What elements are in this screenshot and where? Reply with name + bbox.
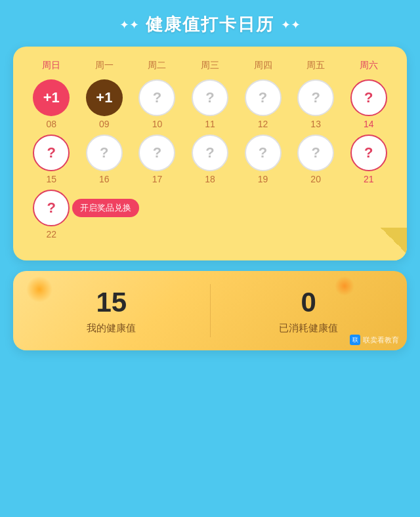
week-header-row: 周日 周一 周二 周三 周四 周五 周六 bbox=[25, 60, 395, 72]
page-title: 健康值打卡日历 bbox=[146, 13, 274, 36]
day-circle-18[interactable]: ? bbox=[192, 134, 228, 171]
watermark-icon: 联 bbox=[350, 335, 360, 345]
day-cell-14[interactable]: ? 14 bbox=[342, 79, 395, 129]
day-cell-18[interactable]: ? 18 bbox=[184, 134, 237, 184]
day-number-19: 19 bbox=[258, 174, 268, 184]
day-circle-12[interactable]: ? bbox=[245, 79, 282, 116]
day-number-13: 13 bbox=[310, 119, 321, 129]
weekday-fri: 周五 bbox=[289, 60, 343, 72]
weekday-wed: 周三 bbox=[184, 60, 237, 72]
day-cell-13[interactable]: ? 13 bbox=[289, 79, 343, 129]
weekday-sat: 周六 bbox=[342, 60, 395, 72]
day-circle-16[interactable]: ? bbox=[86, 134, 123, 171]
weekday-tue: 周二 bbox=[131, 60, 184, 72]
day-number-16: 16 bbox=[99, 174, 110, 184]
day-number-22: 22 bbox=[46, 229, 56, 239]
day-cell-17[interactable]: ? 17 bbox=[131, 134, 184, 184]
my-health-label: 我的健康值 bbox=[87, 322, 136, 335]
day-cell-20[interactable]: ? 20 bbox=[289, 134, 343, 184]
day-cell-09[interactable]: +1 09 bbox=[78, 79, 131, 129]
day-cell-15[interactable]: ? 15 bbox=[25, 134, 78, 184]
weekday-sun: 周日 bbox=[25, 60, 78, 72]
day-circle-21[interactable]: ? bbox=[350, 134, 387, 171]
day-cell-16[interactable]: ? 16 bbox=[78, 134, 131, 184]
sparkle-left-icon: ✦✦ bbox=[119, 18, 139, 32]
stats-card: 15 我的健康值 0 已消耗健康值 联 联卖看教育 bbox=[13, 271, 407, 350]
calendar-row-2: ? 15 ? 16 ? 17 ? 18 ? 19 ? 20 ? 21 bbox=[25, 134, 395, 184]
day-number-11: 11 bbox=[205, 119, 215, 129]
day-number-15: 15 bbox=[46, 174, 56, 184]
watermark-text: 联卖看教育 bbox=[363, 335, 399, 345]
calendar-row-1: +1 08 +1 09 ? 10 ? 11 ? 12 ? 13 ? 14 bbox=[25, 79, 395, 129]
day-circle-09[interactable]: +1 bbox=[86, 79, 123, 116]
day-number-12: 12 bbox=[258, 119, 268, 129]
day-cell-21[interactable]: ? 21 bbox=[342, 134, 395, 184]
day-number-20: 20 bbox=[310, 174, 321, 184]
day-circle-19[interactable]: ? bbox=[245, 134, 282, 171]
calendar-card: 周日 周一 周二 周三 周四 周五 周六 +1 08 +1 09 ? 10 ? … bbox=[13, 47, 407, 260]
day-cell-12[interactable]: ? 12 bbox=[236, 79, 289, 129]
day-number-18: 18 bbox=[205, 174, 215, 184]
day-circle-13[interactable]: ? bbox=[297, 79, 334, 116]
day-circle-14[interactable]: ? bbox=[350, 79, 387, 116]
day-cell-10[interactable]: ? 10 bbox=[131, 79, 184, 129]
day-circle-22[interactable]: ? bbox=[33, 190, 70, 226]
day-circle-15[interactable]: ? bbox=[33, 134, 70, 171]
day-cell-19[interactable]: ? 19 bbox=[236, 134, 289, 184]
page-header: ✦✦ 健康值打卡日历 ✦✦ bbox=[13, 13, 407, 36]
weekday-mon: 周一 bbox=[78, 60, 131, 72]
sparkle-right-icon: ✦✦ bbox=[281, 18, 301, 32]
day-circle-11[interactable]: ? bbox=[192, 79, 228, 116]
day-number-14: 14 bbox=[364, 119, 374, 129]
weekday-thu: 周四 bbox=[236, 60, 289, 72]
consumed-health-label: 已消耗健康值 bbox=[279, 322, 338, 335]
day-number-17: 17 bbox=[152, 174, 163, 184]
day-circle-10[interactable]: ? bbox=[138, 79, 175, 116]
consumed-health-value: 0 bbox=[301, 287, 316, 318]
day-cell-11[interactable]: ? 11 bbox=[184, 79, 237, 129]
day-cell-22[interactable]: ? 开启奖品兑换 22 bbox=[25, 190, 78, 239]
reward-badge[interactable]: 开启奖品兑换 bbox=[72, 199, 139, 217]
day-circle-20[interactable]: ? bbox=[297, 134, 334, 171]
day-circle-08[interactable]: +1 bbox=[33, 79, 70, 116]
my-health-value: 15 bbox=[96, 287, 127, 318]
day-number-10: 10 bbox=[152, 119, 163, 129]
watermark: 联 联卖看教育 bbox=[350, 335, 399, 345]
stat-my-health: 15 我的健康值 bbox=[13, 271, 210, 350]
day-number-21: 21 bbox=[364, 174, 374, 184]
day-number-09: 09 bbox=[99, 119, 110, 129]
day-circle-17[interactable]: ? bbox=[138, 134, 175, 171]
day-cell-08[interactable]: +1 08 bbox=[25, 79, 78, 129]
calendar-row-3: ? 开启奖品兑换 22 bbox=[25, 190, 395, 239]
day-number-08: 08 bbox=[46, 119, 56, 129]
